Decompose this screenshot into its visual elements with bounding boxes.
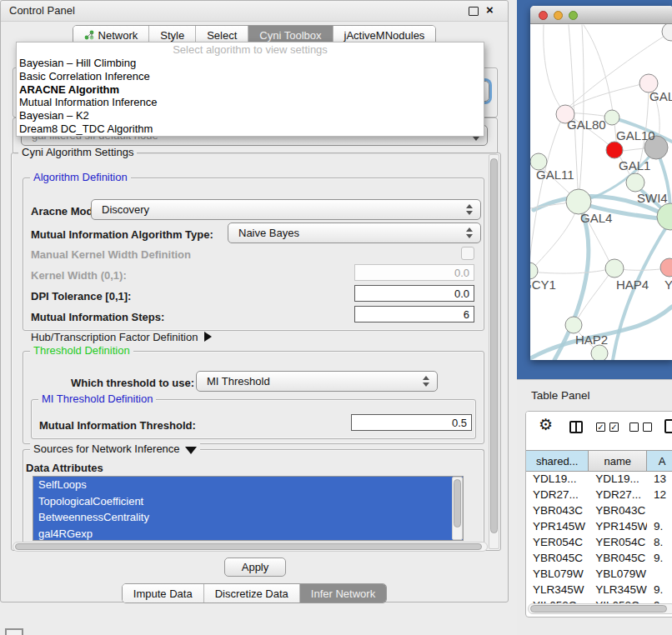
- network-node-gal1[interactable]: [606, 142, 623, 158]
- table-cell[interactable]: YLR345W: [526, 583, 589, 596]
- column-header-name[interactable]: name: [589, 451, 647, 471]
- settings-vertical-scrollbar[interactable]: [489, 154, 499, 549]
- attributes-list-scrollbar[interactable]: [452, 477, 463, 540]
- network-node-hap2[interactable]: [565, 317, 582, 333]
- table-hscroll-thumb[interactable]: [530, 605, 667, 612]
- mi-type-combobox[interactable]: Naive Bayes: [228, 222, 481, 243]
- table-cell[interactable]: 9.: [647, 583, 672, 596]
- float-panel-icon[interactable]: [469, 7, 479, 16]
- close-panel-icon[interactable]: ×: [486, 2, 494, 17]
- table-row[interactable]: YLR345WYLR345W9.: [526, 582, 672, 598]
- aracne-mode-combobox[interactable]: Discovery: [91, 199, 481, 220]
- algorithm-option-mutual-information-inference[interactable]: Mutual Information Inference: [17, 96, 484, 109]
- table-panel: Table Panel ⚙ ✓ ✓ shared...nameA YDL19..…: [517, 379, 672, 635]
- checked-checkbox-icon[interactable]: ✓: [609, 422, 619, 432]
- algorithm-option-dream8-dc-tdc-algorithm[interactable]: Dream8 DC_TDC Algorithm: [17, 122, 484, 136]
- column-header-a[interactable]: A: [647, 451, 672, 471]
- tab-infer-network[interactable]: Infer Network: [299, 584, 386, 602]
- tab-label: Style: [160, 29, 184, 42]
- network-node-gal10[interactable]: [604, 110, 619, 125]
- table-cell[interactable]: YBL079W: [526, 568, 589, 580]
- table-cell[interactable]: YBR045C: [526, 552, 589, 564]
- table-cell[interactable]: 9.: [647, 520, 672, 532]
- table-cell[interactable]: 12: [647, 488, 672, 501]
- network-node-swi4[interactable]: [626, 173, 644, 192]
- mi-steps-label: Mutual Information Steps:: [31, 311, 164, 323]
- tab-impute-data[interactable]: Impute Data: [123, 584, 203, 602]
- mi-threshold-field[interactable]: [351, 414, 472, 431]
- checked-checkbox-icon[interactable]: ✓: [596, 422, 605, 432]
- table-cell[interactable]: YER054C: [526, 536, 589, 548]
- tab-discretize-data[interactable]: Discretize Data: [203, 584, 299, 602]
- table-cell[interactable]: YBR043C: [526, 504, 589, 517]
- attribute-item-selfloops[interactable]: SelfLoops: [33, 477, 463, 493]
- table-cell[interactable]: YPR145W: [526, 520, 589, 532]
- table-horizontal-scrollbar[interactable]: [528, 603, 672, 614]
- settings-vscroll-thumb[interactable]: [490, 158, 498, 533]
- table-row[interactable]: YIL052CYIL052C9: [526, 598, 672, 603]
- table-cell[interactable]: YDL19...: [589, 472, 647, 485]
- table-row[interactable]: YER054CYER054C8.: [526, 534, 672, 550]
- kernel-width-field[interactable]: [354, 264, 474, 281]
- manual-kernel-checkbox[interactable]: [461, 247, 474, 260]
- settings-hscroll-thumb[interactable]: [15, 543, 482, 550]
- network-canvas[interactable]: GALGAL80GAL10GAL1GAL11SWI4GAL4GCY1HAP4YH…: [530, 24, 672, 360]
- attributes-scrollbar-thumb[interactable]: [454, 479, 461, 528]
- settings-horizontal-scrollbar[interactable]: [13, 542, 488, 552]
- table-cell[interactable]: 8.: [647, 536, 672, 548]
- table-cell[interactable]: YBL079W: [589, 568, 647, 580]
- table-cell[interactable]: YLR345W: [589, 583, 647, 596]
- zoom-window-icon[interactable]: [569, 11, 578, 20]
- minimize-window-icon[interactable]: [554, 11, 563, 20]
- mi-type-label: Mutual Information Algorithm Type:: [31, 228, 213, 241]
- algorithm-option-bayesian-k2[interactable]: Bayesian – K2: [17, 109, 484, 122]
- attribute-item-betweennesscentrality[interactable]: BetweennessCentrality: [33, 509, 463, 526]
- data-attributes-list[interactable]: SelfLoopsTopologicalCoefficientBetweenne…: [33, 476, 464, 541]
- table-row[interactable]: YBR045CYBR045C9.: [526, 550, 672, 566]
- table-cell[interactable]: 13: [647, 472, 672, 485]
- table-cell[interactable]: YBR043C: [589, 504, 647, 517]
- mi-threshold-group-title: MI Threshold Definition: [38, 392, 156, 405]
- table-cell[interactable]: YDR27...: [589, 488, 647, 501]
- network-node-label: GAL80: [567, 118, 606, 132]
- table-cell[interactable]: YBR045C: [589, 552, 647, 564]
- algorithm-option-aracne-algorithm[interactable]: ARACNE Algorithm: [17, 83, 484, 97]
- hub-definition-toggle[interactable]: Hub/Transcription Factor Definition: [31, 331, 212, 343]
- table-cell[interactable]: 9.: [647, 552, 672, 564]
- algorithm-option-basic-correlation-inference[interactable]: Basic Correlation Inference: [17, 70, 484, 83]
- mi-type-value: Naive Bayes: [228, 227, 462, 239]
- network-window-titlebar[interactable]: [530, 6, 672, 24]
- attribute-item-topologicalcoefficient[interactable]: TopologicalCoefficient: [33, 493, 463, 510]
- close-window-icon[interactable]: [539, 11, 548, 20]
- gear-icon[interactable]: ⚙: [539, 417, 553, 433]
- document-icon[interactable]: [664, 419, 672, 433]
- combo-arrows-icon: [419, 376, 434, 387]
- table-row[interactable]: YBL079WYBL079W: [526, 566, 672, 582]
- mi-steps-field[interactable]: [354, 306, 474, 322]
- network-node[interactable]: [591, 345, 608, 360]
- table-cell[interactable]: YDL19...: [526, 472, 589, 485]
- table-row[interactable]: YDR27...YDR27...12: [526, 487, 672, 502]
- network-node-label: GCY1: [530, 278, 556, 292]
- combo-arrows-icon: [462, 204, 477, 215]
- network-node-hap4[interactable]: [605, 259, 624, 278]
- attribute-item-gal4rgexp[interactable]: gal4RGexp: [33, 526, 463, 542]
- table-row[interactable]: YDL19...YDL19...13: [526, 471, 672, 487]
- columns-icon[interactable]: [569, 421, 583, 433]
- table-cell[interactable]: YPR145W: [589, 520, 647, 532]
- collapsed-panel-button-partial[interactable]: [5, 628, 23, 635]
- unchecked-checkbox-icon[interactable]: [629, 422, 639, 432]
- table-row[interactable]: YBR043CYBR043C: [526, 502, 672, 518]
- column-header-shared[interactable]: shared...: [526, 451, 589, 471]
- algorithm-definition-title: Algorithm Definition: [30, 171, 131, 183]
- table-row[interactable]: YPR145WYPR145W9.: [526, 518, 672, 534]
- algorithm-option-bayesian-hill-climbing[interactable]: Bayesian – Hill Climbing: [17, 57, 484, 70]
- network-node-label: GAL4: [580, 211, 612, 225]
- table-cell[interactable]: YDR27...: [526, 488, 589, 501]
- which-threshold-combobox[interactable]: MI Threshold: [196, 371, 438, 392]
- network-view-window: GALGAL80GAL10GAL1GAL11SWI4GAL4GCY1HAP4YH…: [530, 6, 672, 360]
- unchecked-checkbox-icon[interactable]: [643, 422, 652, 432]
- table-cell[interactable]: YER054C: [589, 536, 647, 548]
- apply-button[interactable]: Apply: [224, 558, 286, 577]
- dpi-tolerance-field[interactable]: [354, 285, 474, 302]
